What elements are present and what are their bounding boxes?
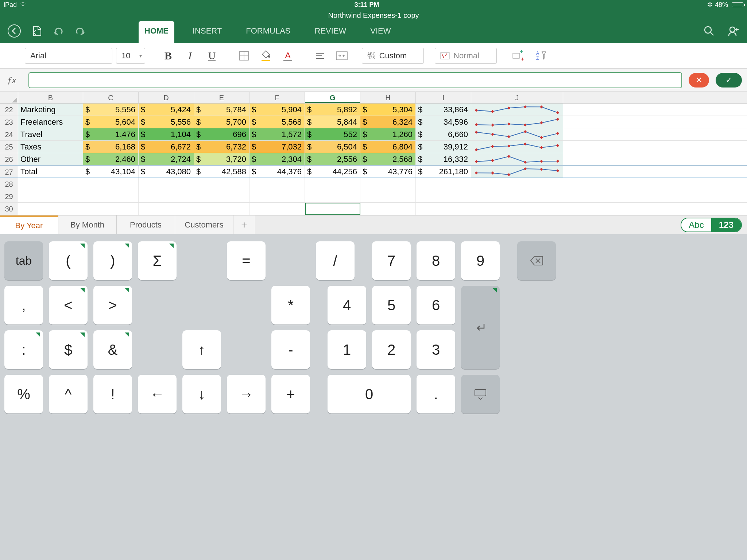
cell-D29[interactable] (139, 190, 194, 202)
key-tab[interactable]: tab (4, 241, 43, 280)
key-plus[interactable]: + (271, 375, 310, 413)
cell-I29[interactable] (416, 190, 471, 202)
cell-H27[interactable]: $43,776 (360, 166, 416, 178)
cell-J29[interactable] (471, 190, 563, 202)
cell-I28[interactable] (416, 178, 471, 190)
key-multiply[interactable]: * (271, 286, 310, 324)
key-gt[interactable]: > (93, 286, 132, 324)
cell-G22[interactable]: $5,892 (305, 104, 360, 116)
cell-D22[interactable]: $5,424 (139, 104, 194, 116)
cell-B23[interactable]: Freelancers (18, 116, 83, 128)
key-close-paren[interactable]: ) (93, 241, 132, 280)
row-header-23[interactable]: 23 (0, 116, 18, 128)
cell-J23[interactable] (471, 116, 563, 128)
row-header-24[interactable]: 24 (0, 128, 18, 140)
key-7[interactable]: 7 (372, 241, 411, 280)
col-header-C[interactable]: C (83, 92, 139, 103)
key-dismiss-keyboard[interactable] (461, 375, 500, 413)
col-header-B[interactable]: B (18, 92, 83, 103)
cell-I26[interactable]: $16,332 (416, 153, 471, 165)
row-header-26[interactable]: 26 (0, 153, 18, 165)
cell-F22[interactable]: $5,904 (249, 104, 305, 116)
cell-J27[interactable] (471, 166, 563, 178)
cell-C29[interactable] (83, 190, 139, 202)
cell-B30[interactable] (18, 203, 83, 215)
cell-B25[interactable]: Taxes (18, 141, 83, 153)
key-divide[interactable]: / (316, 241, 355, 280)
cell-D25[interactable]: $6,672 (139, 141, 194, 153)
cell-G28[interactable] (305, 178, 360, 190)
cell-D24[interactable]: $1,104 (139, 128, 194, 140)
col-header-J[interactable]: J (471, 92, 563, 103)
cell-E22[interactable]: $5,784 (194, 104, 249, 116)
formula-accept-button[interactable]: ✓ (716, 73, 742, 88)
key-arrow-up[interactable]: ↑ (182, 330, 221, 369)
key-caret[interactable]: ^ (49, 375, 88, 413)
borders-button[interactable] (235, 48, 253, 64)
key-decimal[interactable]: . (417, 375, 455, 413)
font-color-button[interactable]: A (279, 48, 297, 64)
cell-B24[interactable]: Travel (18, 128, 83, 140)
cell-B27[interactable]: Total (18, 166, 83, 178)
cell-F27[interactable]: $44,376 (249, 166, 305, 178)
mode-abc[interactable]: Abc (681, 218, 711, 232)
cell-C30[interactable] (83, 203, 139, 215)
cell-H28[interactable] (360, 178, 416, 190)
sheet-tab-customers[interactable]: Customers (175, 215, 233, 234)
row-header-22[interactable]: 22 (0, 104, 18, 116)
sheet-tab-by-year[interactable]: By Year (0, 215, 58, 234)
cell-F24[interactable]: $1,572 (249, 128, 305, 140)
font-size-picker[interactable]: 10▾ (116, 48, 145, 64)
cell-C27[interactable]: $43,104 (83, 166, 139, 178)
cell-J26[interactable] (471, 153, 563, 165)
cell-E27[interactable]: $42,588 (194, 166, 249, 178)
key-sigma[interactable]: Σ (138, 241, 177, 280)
tab-view[interactable]: VIEW (364, 21, 396, 43)
align-button[interactable] (311, 48, 329, 64)
cell-C26[interactable]: $2,460 (83, 153, 139, 165)
row-header-27[interactable]: 27 (0, 166, 18, 178)
cell-I30[interactable] (416, 203, 471, 215)
cell-C25[interactable]: $6,168 (83, 141, 139, 153)
cell-C24[interactable]: $1,476 (83, 128, 139, 140)
share-button[interactable] (727, 25, 740, 40)
key-8[interactable]: 8 (417, 241, 455, 280)
cell-B29[interactable] (18, 190, 83, 202)
row-header-30[interactable]: 30 (0, 203, 18, 215)
cell-B26[interactable]: Other (18, 153, 83, 165)
cell-E30[interactable] (194, 203, 249, 215)
cell-C28[interactable] (83, 178, 139, 190)
key-3[interactable]: 3 (417, 330, 455, 369)
cell-C23[interactable]: $5,604 (83, 116, 139, 128)
font-picker[interactable]: Arial (25, 48, 112, 64)
cell-F29[interactable] (249, 190, 305, 202)
key-open-paren[interactable]: ( (49, 241, 88, 280)
col-header-D[interactable]: D (139, 92, 194, 103)
cell-G30[interactable] (305, 203, 360, 215)
cell-H25[interactable]: $6,804 (360, 141, 416, 153)
col-header-E[interactable]: E (194, 92, 249, 103)
key-2[interactable]: 2 (372, 330, 411, 369)
cell-B28[interactable] (18, 178, 83, 190)
key-dollar[interactable]: $ (49, 330, 88, 369)
tab-review[interactable]: REVIEW (309, 21, 352, 43)
key-lt[interactable]: < (49, 286, 88, 324)
col-header-F[interactable]: F (249, 92, 305, 103)
search-button[interactable] (703, 25, 715, 39)
key-arrow-down[interactable]: ↓ (182, 375, 221, 413)
italic-button[interactable]: I (181, 48, 199, 64)
sheet-tab-by-month[interactable]: By Month (58, 215, 117, 234)
fill-color-button[interactable] (257, 48, 275, 64)
mode-123[interactable]: 123 (711, 218, 741, 232)
cell-F23[interactable]: $5,568 (249, 116, 305, 128)
spreadsheet-grid[interactable]: B C D E F G H I J 22Marketing$5,556$5,42… (0, 92, 747, 215)
back-button[interactable] (7, 24, 21, 40)
sheet-tab-products[interactable]: Products (117, 215, 175, 234)
cell-D26[interactable]: $2,724 (139, 153, 194, 165)
key-backspace[interactable] (517, 241, 556, 280)
cell-H29[interactable] (360, 190, 416, 202)
cell-J30[interactable] (471, 203, 563, 215)
cell-F25[interactable]: $7,032 (249, 141, 305, 153)
key-9[interactable]: 9 (461, 241, 500, 280)
key-amp[interactable]: & (93, 330, 132, 369)
